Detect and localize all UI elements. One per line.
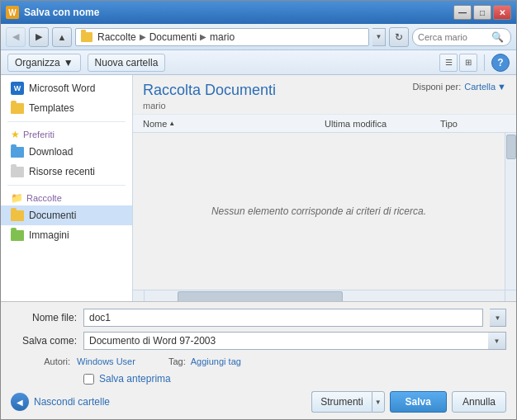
up-button[interactable]: ▲ xyxy=(52,27,72,47)
help-button[interactable]: ? xyxy=(491,54,510,72)
preferiti-section-label: ★ Preferiti xyxy=(1,125,132,142)
recent-icon xyxy=(11,167,24,177)
raccolte-section-label: 📁 Raccolte xyxy=(1,189,132,205)
col-tipo-label: Tipo xyxy=(440,119,458,129)
sidebar-section-top: W Microsoft Word Templates xyxy=(1,78,132,118)
raccolta-subtitle: mario xyxy=(143,101,276,111)
close-button[interactable]: ✕ xyxy=(493,5,511,20)
meta-row: Autori: Windows User Tag: Aggiungi tag xyxy=(11,355,506,368)
path-part-documenti[interactable]: Documenti xyxy=(149,31,197,43)
h-scrollbar-thumb[interactable] xyxy=(178,291,343,301)
app-icon: W xyxy=(6,6,19,19)
view-grid-button[interactable]: ⊞ xyxy=(459,54,477,72)
documenti-folder-icon xyxy=(11,209,24,222)
address-dropdown-button[interactable]: ▼ xyxy=(372,28,386,46)
checkbox-row: Salva anteprima xyxy=(11,371,506,388)
horizontal-scrollbar-row xyxy=(133,290,516,301)
vertical-scrollbar[interactable] xyxy=(505,133,516,290)
strumenti-button[interactable]: Strumenti xyxy=(311,391,371,413)
search-input[interactable] xyxy=(418,32,488,42)
content-wrapper: Raccolta Documenti mario Disponi per: Ca… xyxy=(133,75,516,301)
sidebar-item-download[interactable]: Download xyxy=(1,142,132,162)
disponi-per-label: Disponi per: xyxy=(413,82,462,92)
path-part-mario[interactable]: mario xyxy=(210,31,235,43)
horizontal-scrollbar[interactable] xyxy=(145,290,505,301)
nascondi-label: Nascondi cartelle xyxy=(34,396,110,408)
forward-button[interactable]: ▶ xyxy=(29,27,49,47)
col-nome-label: Nome xyxy=(143,119,167,129)
back-button[interactable]: ◀ xyxy=(6,27,26,47)
sidebar-item-documenti[interactable]: Documenti xyxy=(1,205,132,225)
annulla-button[interactable]: Annulla xyxy=(452,391,506,413)
refresh-button[interactable]: ↻ xyxy=(389,27,409,47)
templates-folder-icon xyxy=(11,101,24,115)
documenti-icon xyxy=(11,210,24,221)
content-list-area: Nessun elemento corrisponde ai criteri d… xyxy=(133,133,516,290)
salva-come-wrapper: Documento di Word 97-2003 Documento di W… xyxy=(83,332,506,350)
immagini-icon xyxy=(11,230,24,241)
organizza-label: Organizza xyxy=(15,57,60,68)
autori-label: Autori: xyxy=(11,356,77,366)
raccolte-icon: 📁 xyxy=(11,192,23,204)
nome-file-input[interactable] xyxy=(83,309,483,327)
path-part-raccolte[interactable]: Raccolte xyxy=(97,31,136,43)
toolbar: Organizza ▼ Nuova cartella ☰ ⊞ ? xyxy=(1,50,516,75)
footer-buttons: ◀ Nascondi cartelle Strumenti ▼ Salva An… xyxy=(11,388,506,413)
raccolte-label: Raccolte xyxy=(26,193,62,203)
salva-come-arrow[interactable]: ▼ xyxy=(488,332,506,350)
dialog-window: W Salva con nome — □ ✕ ◀ ▶ ▲ Raccolte ▶ … xyxy=(0,0,517,420)
sort-arrow: ▲ xyxy=(168,120,175,127)
title-bar-controls: — □ ✕ xyxy=(453,5,511,20)
path-folder-icon xyxy=(81,32,92,42)
sidebar-label-word: Microsoft Word xyxy=(29,83,95,94)
h-scroll-corner-right xyxy=(505,290,516,301)
empty-message: Nessun elemento corrisponde ai criteri d… xyxy=(136,136,501,286)
view-list-button[interactable]: ☰ xyxy=(439,54,458,72)
cartella-button[interactable]: Cartella ▼ xyxy=(464,82,506,92)
col-ultima-label: Ultima modifica xyxy=(325,119,387,129)
sidebar-label-immagini: Immagini xyxy=(29,229,69,241)
search-icon[interactable]: 🔍 xyxy=(491,31,504,43)
salva-button[interactable]: Salva xyxy=(390,391,447,413)
path-arrow-2: ▶ xyxy=(200,32,206,41)
search-box: 🔍 xyxy=(412,28,511,46)
column-tipo[interactable]: Tipo xyxy=(440,119,506,129)
tag-label: Tag: xyxy=(168,356,186,366)
column-ultima-modifica[interactable]: Ultima modifica xyxy=(325,119,440,129)
sidebar-label-documenti: Documenti xyxy=(29,210,76,221)
sidebar-label-download: Download xyxy=(29,146,73,158)
salva-come-select[interactable]: Documento di Word 97-2003 Documento di W… xyxy=(83,332,506,350)
sidebar-label-risorse-recenti: Risorse recenti xyxy=(29,166,95,177)
v-scrollbar-thumb[interactable] xyxy=(506,134,516,159)
autori-value[interactable]: Windows User xyxy=(77,356,135,366)
strumenti-wrapper: Strumenti ▼ xyxy=(311,391,384,413)
salva-anteprima-label[interactable]: Salva anteprima xyxy=(99,373,171,385)
download-icon xyxy=(11,147,24,158)
sidebar-item-immagini[interactable]: Immagini xyxy=(1,225,132,245)
word-icon: W xyxy=(11,82,24,95)
strumenti-arrow-button[interactable]: ▼ xyxy=(372,391,385,413)
nuova-cartella-button[interactable]: Nuova cartella xyxy=(88,54,166,72)
column-nome[interactable]: Nome ▲ xyxy=(143,119,325,129)
nome-file-dropdown[interactable]: ▼ xyxy=(490,309,506,327)
sidebar-item-risorse-recenti[interactable]: Risorse recenti xyxy=(1,162,132,182)
star-icon: ★ xyxy=(11,129,20,140)
toolbar-divider xyxy=(484,54,485,71)
address-bar: ◀ ▶ ▲ Raccolte ▶ Documenti ▶ mario ▼ ↻ 🔍 xyxy=(1,24,516,50)
nascondi-cartelle-button[interactable]: ◀ Nascondi cartelle xyxy=(11,393,110,411)
organizza-arrow: ▼ xyxy=(64,57,74,68)
salva-anteprima-checkbox[interactable] xyxy=(83,374,94,385)
cartella-arrow: ▼ xyxy=(497,82,506,92)
tag-value[interactable]: Aggiungi tag xyxy=(191,356,241,366)
sidebar-separator-1 xyxy=(7,121,126,122)
address-path[interactable]: Raccolte ▶ Documenti ▶ mario xyxy=(75,28,369,46)
sidebar-item-templates[interactable]: Templates xyxy=(1,98,132,118)
minimize-button[interactable]: — xyxy=(453,5,472,20)
column-headers: Nome ▲ Ultima modifica Tipo xyxy=(133,115,516,133)
raccolta-info: Raccolta Documenti mario xyxy=(143,82,276,111)
sidebar-section-preferiti: ★ Preferiti Download Risorse recenti xyxy=(1,125,132,182)
organizza-button[interactable]: Organizza ▼ xyxy=(7,54,81,72)
sidebar-item-microsoft-word[interactable]: W Microsoft Word xyxy=(1,78,132,98)
maximize-button[interactable]: □ xyxy=(473,5,491,20)
right-buttons: Strumenti ▼ Salva Annulla xyxy=(311,391,506,413)
